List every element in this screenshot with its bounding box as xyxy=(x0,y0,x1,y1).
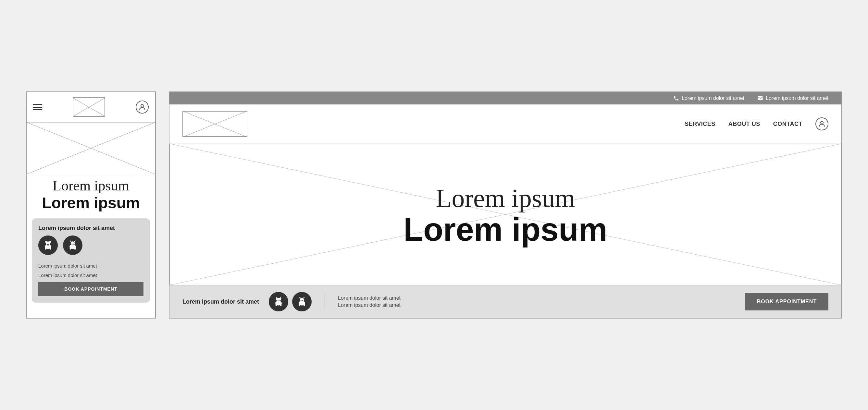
desktop-script-heading: Lorem ipsum xyxy=(403,183,607,213)
desktop-nav-links: SERVICES ABOUT US CONTACT xyxy=(685,117,828,130)
mobile-wireframe: Lorem ipsum Lorem ipsum Lorem ipsum dolo… xyxy=(26,92,156,318)
svg-point-11 xyxy=(48,244,49,245)
svg-marker-38 xyxy=(303,297,305,299)
nav-services[interactable]: SERVICES xyxy=(685,121,715,128)
svg-point-17 xyxy=(70,247,71,249)
desktop-topbar: Lorem ipsum dolor sit amet Lorem ipsum d… xyxy=(169,92,841,104)
svg-point-20 xyxy=(73,244,74,245)
desktop-nav: SERVICES ABOUT US CONTACT xyxy=(169,104,841,144)
svg-point-33 xyxy=(278,300,279,301)
mobile-card-text2: Lorem ipsum dolor sit amet xyxy=(38,272,97,278)
topbar-email-text: Lorem ipsum dolor sit amet xyxy=(766,95,828,101)
topbar-phone: Lorem ipsum dolor sit amet xyxy=(673,95,744,101)
mobile-card-divider xyxy=(38,259,144,259)
svg-point-36 xyxy=(300,298,304,302)
footer-divider xyxy=(324,294,325,310)
mobile-service-card: Lorem ipsum dolor sit amet xyxy=(32,218,150,303)
footer-pet-icons xyxy=(269,292,312,311)
desktop-logo-placeholder xyxy=(182,111,247,137)
svg-point-40 xyxy=(304,304,305,306)
dog-icon[interactable] xyxy=(38,236,58,255)
svg-point-10 xyxy=(47,244,48,245)
svg-point-32 xyxy=(280,304,282,306)
mobile-hero-image xyxy=(27,122,155,174)
nav-about[interactable]: ABOUT US xyxy=(728,121,760,128)
desktop-wireframe: Lorem ipsum dolor sit amet Lorem ipsum d… xyxy=(169,92,842,318)
mobile-logo-placeholder xyxy=(73,97,105,117)
footer-text-group: Lorem ipsum dolor sit amet Lorem ipsum d… xyxy=(338,295,736,308)
user-icon[interactable] xyxy=(136,101,149,113)
nav-contact[interactable]: CONTACT xyxy=(773,121,802,128)
svg-point-18 xyxy=(74,247,76,249)
footer-label: Lorem ipsum dolor sit amet xyxy=(182,299,259,305)
topbar-phone-text: Lorem ipsum dolor sit amet xyxy=(682,95,744,101)
desktop-hero-text: Lorem ipsum Lorem ipsum xyxy=(403,183,607,245)
mobile-script-heading: Lorem ipsum xyxy=(27,174,155,194)
mobile-card-text1: Lorem ipsum dolor sit amet xyxy=(38,263,97,269)
svg-point-12 xyxy=(48,245,49,245)
footer-dog-icon[interactable] xyxy=(269,292,288,311)
svg-marker-37 xyxy=(299,297,301,299)
svg-point-39 xyxy=(299,304,301,306)
phone-icon xyxy=(673,95,679,101)
pet-icons-row xyxy=(38,236,83,255)
svg-point-31 xyxy=(276,304,277,306)
svg-point-42 xyxy=(302,300,303,301)
svg-point-9 xyxy=(50,247,51,249)
desktop-book-appointment-button[interactable]: BOOK APPOINTMENT xyxy=(745,293,828,310)
svg-point-19 xyxy=(71,244,72,245)
svg-point-21 xyxy=(72,245,73,245)
mobile-bold-heading: Lorem ipsum xyxy=(27,194,155,215)
svg-marker-15 xyxy=(70,240,71,242)
desktop-hero: Lorem ipsum Lorem ipsum xyxy=(169,144,841,285)
desktop-footer-bar: Lorem ipsum dolor sit amet xyxy=(169,285,841,318)
mobile-book-appointment-button[interactable]: BOOK APPOINTMENT xyxy=(38,282,144,296)
topbar-email: Lorem ipsum dolor sit amet xyxy=(757,95,828,101)
svg-point-23 xyxy=(820,121,823,124)
mobile-header xyxy=(27,92,155,122)
svg-marker-16 xyxy=(74,240,75,242)
svg-point-41 xyxy=(301,300,302,301)
email-icon xyxy=(757,95,763,101)
mobile-card-title: Lorem ipsum dolor sit amet xyxy=(38,225,115,232)
svg-point-8 xyxy=(45,247,47,249)
footer-sub-text2: Lorem ipsum dolor sit amet xyxy=(338,302,736,308)
footer-sub-text1: Lorem ipsum dolor sit amet xyxy=(338,295,736,301)
footer-cat-icon[interactable] xyxy=(292,292,312,311)
desktop-user-icon[interactable] xyxy=(815,117,828,130)
hamburger-menu-icon[interactable] xyxy=(33,104,42,110)
svg-point-34 xyxy=(279,300,279,301)
svg-point-0 xyxy=(141,104,144,107)
cat-icon[interactable] xyxy=(63,236,83,255)
desktop-bold-heading: Lorem ipsum xyxy=(403,213,607,245)
